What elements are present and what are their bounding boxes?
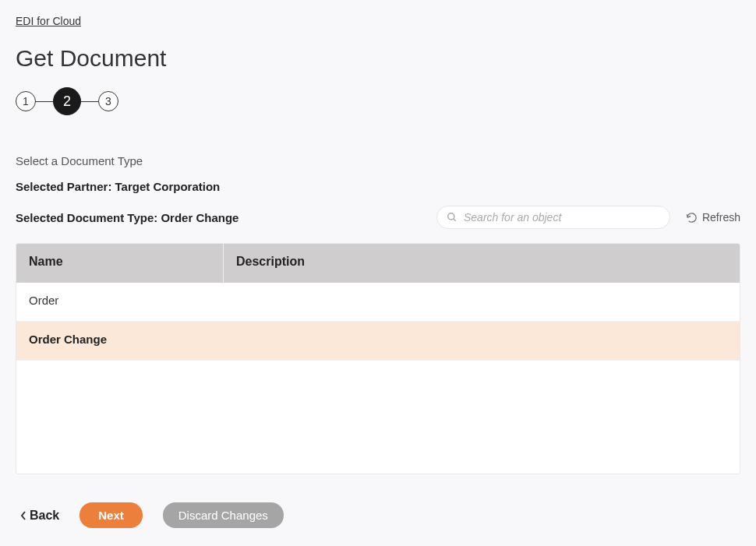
refresh-icon [686,212,698,224]
cell-description [224,283,740,321]
step-1[interactable]: 1 [16,91,36,111]
step-indicator: 1 2 3 [16,87,740,115]
selected-doctype: Selected Document Type: Order Change [16,211,238,224]
search-input[interactable] [464,211,660,224]
table-row[interactable]: Order [16,283,740,322]
selected-partner: Selected Partner: Target Corporation [16,180,740,193]
refresh-label: Refresh [702,211,740,224]
table-header: Name Description [16,244,740,283]
footer-actions: Back Next Discard Changes [16,502,740,528]
step-connector [81,101,98,102]
step-connector [36,101,53,102]
svg-line-1 [454,219,456,221]
discard-button[interactable]: Discard Changes [163,502,284,528]
table-empty-space [16,361,740,474]
step-2[interactable]: 2 [53,87,81,115]
breadcrumb[interactable]: EDI for Cloud [16,15,81,27]
search-icon [447,212,457,223]
next-button[interactable]: Next [79,502,143,528]
document-type-table: Name Description Order Order Change [16,243,740,474]
search-box[interactable] [436,206,670,229]
chevron-left-icon [20,511,26,520]
cell-description [224,322,740,360]
cell-name: Order Change [16,322,224,360]
section-label: Select a Document Type [16,154,740,167]
step-3[interactable]: 3 [98,91,118,111]
svg-point-0 [448,213,454,220]
col-header-description: Description [224,244,740,283]
col-header-name: Name [16,244,224,283]
back-button[interactable]: Back [20,509,59,523]
page-title: Get Document [16,45,740,72]
refresh-button[interactable]: Refresh [686,211,740,224]
back-label: Back [30,509,59,523]
table-row[interactable]: Order Change [16,322,740,361]
cell-name: Order [16,283,224,321]
